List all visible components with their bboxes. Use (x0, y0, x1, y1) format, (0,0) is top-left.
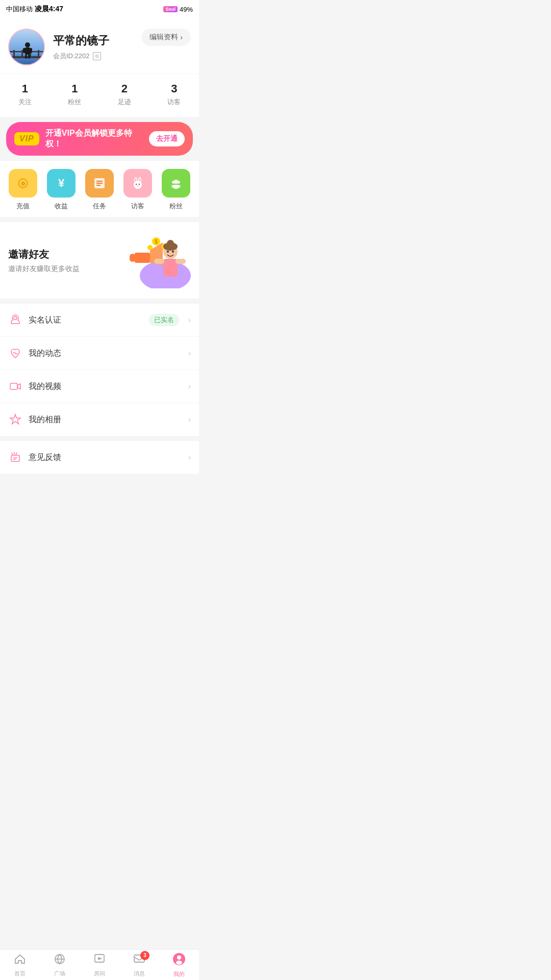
stat-footprint[interactable]: 2 足迹 (99, 82, 149, 107)
svg-rect-39 (130, 254, 136, 262)
stat-visitors[interactable]: 3 访客 (149, 82, 199, 107)
svg-text:⊙: ⊙ (21, 181, 25, 186)
svg-point-26 (136, 184, 137, 185)
svg-point-32 (172, 181, 175, 184)
svg-point-33 (177, 181, 180, 184)
svg-rect-53 (10, 383, 17, 389)
income-icon: ¥ (47, 169, 76, 198)
status-right: Soul 49% (163, 6, 193, 13)
profile-id: 会员ID:2202 ⧉ (53, 52, 191, 61)
svg-point-28 (137, 185, 139, 186)
fans-label: 粉丝 (50, 97, 100, 107)
visitors-label: 访客 (149, 97, 199, 107)
invite-subtitle: 邀请好友赚取更多收益 (8, 264, 80, 274)
action-task[interactable]: 任务 (84, 169, 115, 211)
task-label: 任务 (93, 202, 106, 211)
following-label: 关注 (0, 97, 50, 107)
visitors-count: 3 (149, 82, 199, 95)
stat-following[interactable]: 1 关注 (0, 82, 50, 107)
realname-label: 实名认证 (29, 315, 143, 326)
vip-badge-label: VIP (14, 132, 39, 145)
svg-rect-50 (154, 259, 164, 264)
feedback-icon (8, 450, 22, 464)
svg-rect-49 (163, 259, 178, 277)
vip-activate-button[interactable]: 去开通 (149, 131, 185, 146)
visitor-icon (123, 169, 152, 198)
invite-illustration: $ (119, 232, 191, 288)
income-label: 收益 (55, 202, 68, 211)
fans-icon (162, 169, 190, 198)
recharge-label: 充值 (16, 202, 30, 211)
svg-point-46 (167, 240, 174, 247)
dynamics-arrow-icon: › (188, 349, 191, 358)
svg-point-8 (25, 42, 30, 47)
copy-id-icon[interactable]: ⧉ (93, 52, 101, 60)
dynamics-label: 我的动态 (29, 348, 182, 359)
svg-rect-13 (28, 55, 30, 59)
visitor-label: 访客 (131, 202, 144, 211)
album-icon (8, 412, 22, 427)
action-visitor[interactable]: 访客 (122, 169, 153, 211)
album-arrow-icon: › (188, 415, 191, 424)
svg-point-43 (147, 245, 153, 250)
edit-arrow-icon: › (180, 33, 183, 41)
fans-action-label: 粉丝 (169, 202, 183, 211)
svg-point-52 (14, 316, 17, 320)
profile-section: 平常的镜子 会员ID:2202 ⧉ 编辑资料 › (0, 18, 199, 74)
stat-fans[interactable]: 1 粉丝 (50, 82, 100, 107)
invite-section[interactable]: 邀请好友 邀请好友赚取更多收益 $ (0, 222, 199, 299)
recharge-icon: ⊙ (9, 169, 37, 198)
svg-point-48 (172, 251, 174, 253)
realname-icon (8, 313, 22, 327)
menu-item-dynamics[interactable]: 我的动态 › (0, 337, 199, 370)
svg-rect-51 (176, 259, 186, 264)
invite-title: 邀请好友 (8, 248, 80, 261)
svg-point-47 (167, 251, 169, 253)
svg-point-34 (171, 185, 176, 188)
action-income[interactable]: ¥ 收益 (46, 169, 77, 211)
status-bar: 中国移动 凌晨4:47 Soul 49% (0, 0, 199, 18)
avatar-image (9, 30, 44, 64)
video-arrow-icon: › (188, 382, 191, 391)
menu-section-2: 意见反馈 › (0, 441, 199, 474)
action-recharge[interactable]: ⊙ 充值 (8, 169, 38, 211)
svg-rect-11 (30, 48, 32, 53)
menu-item-video[interactable]: 我的视频 › (0, 370, 199, 403)
invite-text: 邀请好友 邀请好友赚取更多收益 (8, 248, 80, 274)
svg-rect-9 (25, 47, 30, 55)
svg-rect-37 (135, 253, 150, 263)
time-text: 凌晨4:47 (35, 5, 63, 14)
video-label: 我的视频 (29, 381, 182, 392)
dynamics-icon (8, 346, 22, 360)
soul-app-badge: Soul (163, 6, 178, 12)
svg-rect-10 (23, 48, 26, 53)
realname-arrow-icon: › (188, 315, 191, 325)
menu-item-album[interactable]: 我的相册 › (0, 403, 199, 436)
vip-banner[interactable]: VIP 开通VIP会员解锁更多特权！ 去开通 (6, 122, 193, 156)
svg-rect-54 (11, 455, 19, 461)
footprint-count: 2 (99, 82, 149, 95)
realname-badge: 已实名 (149, 314, 179, 326)
video-icon (8, 379, 22, 394)
action-fans[interactable]: 粉丝 (161, 169, 191, 211)
svg-text:$: $ (155, 239, 158, 244)
svg-rect-12 (25, 55, 27, 59)
svg-point-35 (177, 185, 181, 188)
vip-promo-text: 开通VIP会员解锁更多特权！ (45, 128, 143, 150)
edit-profile-button[interactable]: 编辑资料 › (141, 29, 191, 46)
avatar[interactable] (8, 29, 45, 65)
carrier-text: 中国移动 (6, 5, 33, 14)
quick-actions-section: ⊙ 充值 ¥ 收益 任务 (0, 161, 199, 217)
menu-item-realname[interactable]: 实名认证 已实名 › (0, 304, 199, 337)
album-label: 我的相册 (29, 414, 182, 425)
fans-count: 1 (50, 82, 100, 95)
stats-section: 1 关注 1 粉丝 2 足迹 3 访客 (0, 74, 199, 117)
feedback-label: 意见反馈 (29, 452, 182, 463)
footprint-label: 足迹 (99, 97, 149, 107)
following-count: 1 (0, 82, 50, 95)
battery-text: 49% (180, 6, 193, 13)
task-icon (85, 169, 114, 198)
svg-point-25 (134, 181, 142, 189)
menu-item-feedback[interactable]: 意见反馈 › (0, 441, 199, 474)
svg-point-27 (139, 184, 140, 185)
